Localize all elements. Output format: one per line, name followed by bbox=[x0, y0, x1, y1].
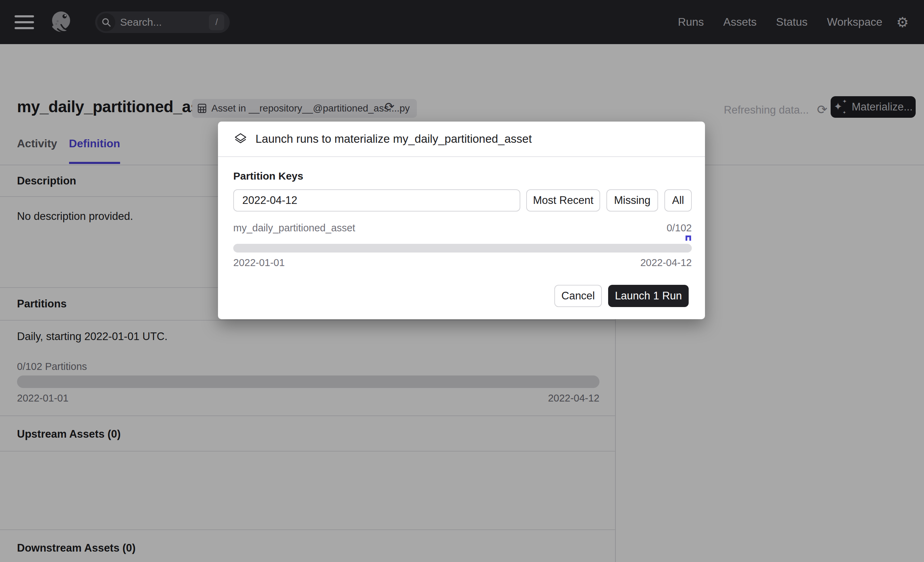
partition-key-input[interactable] bbox=[233, 189, 520, 212]
dialog-footer: Cancel Launch 1 Run bbox=[218, 285, 705, 307]
modal-progress-count: 0/102 bbox=[666, 222, 692, 234]
dialog-header: Launch runs to materialize my_daily_part… bbox=[218, 122, 705, 157]
asset-layers-icon bbox=[233, 132, 248, 146]
modal-partition-bar[interactable] bbox=[233, 244, 692, 252]
dialog-title: Launch runs to materialize my_daily_part… bbox=[255, 132, 532, 146]
partition-keys-label: Partition Keys bbox=[233, 170, 303, 182]
date-range-row: 2022-01-01 2022-04-12 bbox=[233, 257, 692, 269]
progress-meta-row: my_daily_partitioned_asset 0/102 bbox=[233, 222, 692, 234]
all-button[interactable]: All bbox=[664, 189, 692, 212]
launch-runs-dialog: Launch runs to materialize my_daily_part… bbox=[218, 122, 705, 319]
modal-range-end: 2022-04-12 bbox=[640, 257, 692, 269]
missing-button[interactable]: Missing bbox=[606, 189, 658, 212]
launch-run-button[interactable]: Launch 1 Run bbox=[608, 285, 688, 307]
cancel-button[interactable]: Cancel bbox=[554, 285, 602, 307]
modal-asset-name: my_daily_partitioned_asset bbox=[233, 222, 355, 234]
selected-partition-marker bbox=[686, 236, 691, 241]
most-recent-button[interactable]: Most Recent bbox=[526, 189, 600, 212]
modal-range-start: 2022-01-01 bbox=[233, 257, 285, 269]
